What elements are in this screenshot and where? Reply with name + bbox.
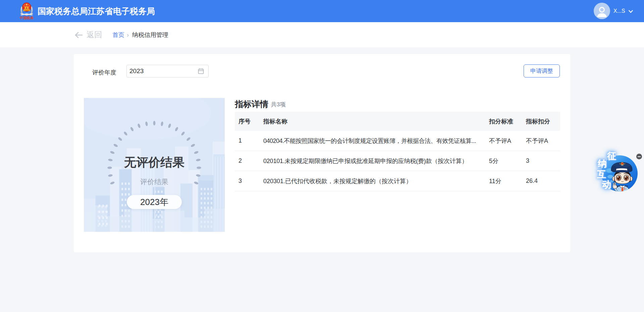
svg-text:中国税务: 中国税务 <box>20 16 34 20</box>
